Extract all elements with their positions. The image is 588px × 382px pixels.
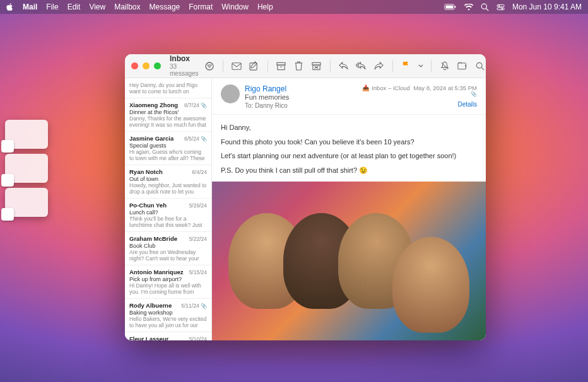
message-list-item[interactable]: Xiaomeng Zhong6/7/24 📎Dinner at the Rico… [125, 98, 211, 132]
message-list-item[interactable]: Jasmine Garcia6/5/24 📎Special guestsHi a… [125, 132, 211, 165]
battery-icon[interactable] [444, 4, 457, 10]
desktop-background: Mail File Edit View Mailbox Message Form… [0, 0, 588, 382]
svg-rect-16 [278, 65, 285, 70]
control-center-icon[interactable] [497, 3, 505, 11]
list-date: 6/7/24 📎 [184, 102, 207, 108]
mute-icon[interactable] [439, 61, 450, 72]
apple-logo-icon[interactable] [6, 3, 14, 11]
menubar-item-file[interactable]: File [46, 3, 58, 11]
menubar: Mail File Edit View Mailbox Message Form… [0, 0, 588, 14]
compose-icon[interactable] [249, 61, 260, 72]
message-list[interactable]: Hey Danny, do you and Rigo want to come … [125, 78, 212, 340]
menubar-item-mailbox[interactable]: Mailbox [114, 3, 140, 11]
svg-point-6 [498, 4, 500, 6]
list-sender: Xiaomeng Zhong [129, 101, 178, 108]
flag-menu-icon[interactable] [418, 61, 423, 72]
list-subject: Dinner at the Ricos' [129, 109, 207, 115]
message-paragraph: P.S. Do you think I can still pull off t… [221, 165, 477, 176]
list-date: 5/22/24 [189, 236, 207, 242]
menubar-item-message[interactable]: Message [150, 3, 180, 11]
list-sender: Po-Chun Yeh [129, 202, 167, 209]
stage-thumb-photos[interactable] [5, 188, 48, 217]
message-paragraph: Hi Danny, [221, 122, 477, 133]
message-list-item[interactable]: Po-Chun Yeh5/29/24Lunch call?Think you'l… [125, 199, 211, 232]
reply-icon[interactable] [338, 61, 350, 72]
message-list-item[interactable]: Antonio Manriquez5/15/24Pick up from air… [125, 265, 211, 299]
message-list-item[interactable]: Graham McBride5/22/24Book ClubAre you fr… [125, 232, 211, 265]
list-preview: Hello Bakers, We're very excited to have… [129, 316, 207, 328]
menubar-item-view[interactable]: View [89, 3, 105, 11]
message-paragraph: Found this photo you took! Can you belie… [221, 137, 477, 148]
message-content: Hi Danny,Found this photo you took! Can … [212, 115, 486, 179]
list-sender: Jasmine Garcia [129, 135, 173, 142]
list-subject: Baking workshop [129, 310, 207, 316]
spotlight-icon[interactable] [481, 3, 489, 11]
list-date: 5/29/24 [189, 202, 207, 209]
window-title: Inbox [170, 55, 199, 63]
list-preview: Hey Danny, do you and Rigo want to come … [129, 82, 207, 95]
svg-rect-20 [457, 63, 465, 69]
message-list-item[interactable]: Ryan Notch6/4/24Out of townHowdy, neighb… [125, 165, 211, 199]
attached-photo[interactable] [212, 182, 486, 340]
list-subject: Special guests [129, 142, 207, 149]
svg-point-8 [502, 8, 503, 9]
search-icon[interactable] [474, 61, 486, 72]
list-date: 6/4/24 [192, 169, 207, 175]
sender-name[interactable]: Rigo Rangel [245, 84, 357, 93]
wifi-icon[interactable] [464, 4, 473, 11]
list-subject: Pick up from airport? [129, 276, 207, 282]
menubar-item-edit[interactable]: Edit [68, 3, 81, 11]
list-preview: Hi Danny! Hope all is well with you. I'm… [129, 282, 207, 295]
stage-thumb-notes[interactable] [5, 154, 48, 183]
menubar-item-format[interactable]: Format [189, 3, 213, 11]
list-subject: Lunch call? [129, 209, 207, 216]
minimize-button[interactable] [143, 62, 150, 69]
list-sender: Graham McBride [129, 235, 177, 242]
svg-line-4 [486, 8, 488, 11]
attachment-icon[interactable]: 📎 [362, 91, 477, 97]
list-sender: Ryan Notch [129, 168, 163, 175]
svg-point-21 [476, 62, 482, 68]
window-subtitle: 33 messages [170, 63, 199, 77]
list-sender: Antonio Manriquez [129, 269, 184, 275]
stage-manager-strip [5, 120, 49, 222]
svg-point-3 [481, 4, 486, 9]
svg-rect-13 [232, 62, 240, 69]
avatar [221, 84, 240, 103]
close-button[interactable] [131, 62, 138, 69]
replyall-icon[interactable] [356, 61, 367, 72]
menubar-item-window[interactable]: Window [221, 3, 249, 11]
list-sender: Rody Albuerne [129, 302, 172, 309]
list-preview: Think you'll be free for a lunchtime cha… [129, 216, 207, 228]
list-date: 5/11/24 📎 [181, 303, 207, 309]
list-preview: Are you free on Wednesday night? Can't w… [129, 249, 207, 262]
list-subject: Book Club [129, 243, 207, 249]
list-preview: Danny, Thanks for the awesome evening! I… [129, 115, 207, 128]
mail-window: Inbox 33 messages [125, 54, 486, 340]
svg-rect-5 [497, 4, 504, 6]
list-sender: Fleur Lasseur [129, 335, 168, 340]
timestamp: May 8, 2024 at 5:35 PM [413, 84, 477, 91]
message-list-item[interactable]: Hey Danny, do you and Rigo want to come … [125, 78, 211, 98]
junk-icon[interactable] [311, 61, 322, 72]
message-list-item[interactable]: Fleur Lasseur5/10/24Soccer jerseysAre yo… [125, 332, 211, 340]
menubar-item-help[interactable]: Help [257, 3, 273, 11]
filter-icon[interactable] [204, 61, 215, 72]
list-date: 5/10/24 [189, 336, 207, 340]
details-link[interactable]: Details [362, 101, 477, 108]
newmsg-icon[interactable] [231, 61, 242, 72]
trash-icon[interactable] [293, 61, 305, 72]
zoom-button[interactable] [154, 62, 161, 69]
menubar-datetime[interactable]: Mon Jun 10 9:41 AM [512, 3, 582, 11]
mailbox-badge[interactable]: 📥 Inbox – iCloud [362, 84, 410, 91]
menubar-app-name[interactable]: Mail [23, 3, 37, 11]
titlebar: Inbox 33 messages [125, 54, 486, 78]
svg-rect-1 [445, 6, 453, 9]
stage-thumb-calendar[interactable] [5, 120, 48, 149]
forward-icon[interactable] [373, 61, 385, 72]
flag-icon[interactable] [401, 61, 412, 72]
message-view: Rigo Rangel Fun memories To: Danny Rico … [212, 78, 486, 340]
move-icon[interactable] [457, 61, 468, 72]
archive-icon[interactable] [276, 61, 287, 72]
message-list-item[interactable]: Rody Albuerne5/11/24 📎Baking workshopHel… [125, 299, 211, 332]
